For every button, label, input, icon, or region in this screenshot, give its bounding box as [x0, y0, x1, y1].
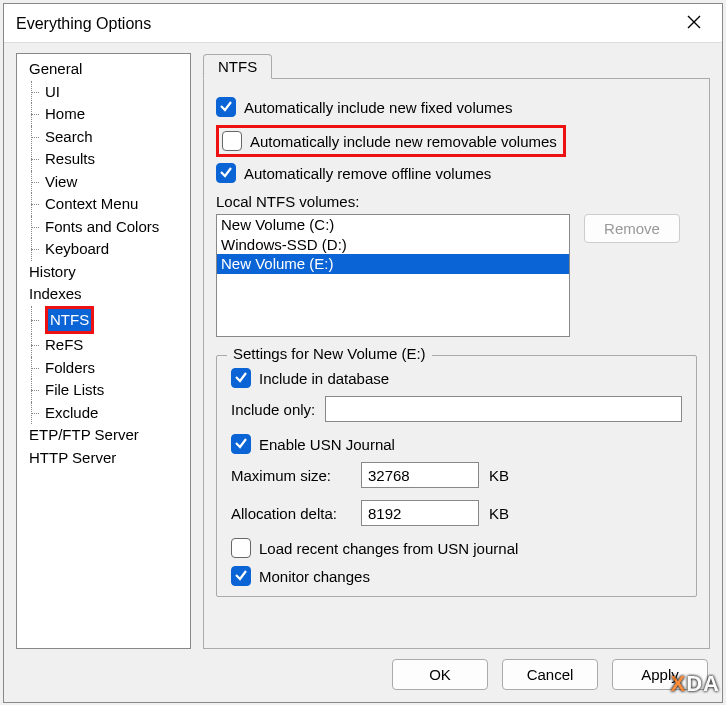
tree-item-label: Fonts and Colors	[45, 218, 159, 235]
tree-item-label: ReFS	[45, 336, 83, 353]
check-icon	[234, 568, 248, 585]
checkbox-include-db[interactable]	[231, 368, 251, 388]
input-alloc-delta[interactable]	[361, 500, 479, 526]
tree-item-etp-ftp-server[interactable]: ETP/FTP Server	[17, 424, 190, 447]
tree-item-refs[interactable]: ReFS	[17, 334, 190, 357]
checkbox-enable-usn[interactable]	[231, 434, 251, 454]
row-monitor: Monitor changes	[231, 566, 682, 586]
tree-item-http-server[interactable]: HTTP Server	[17, 447, 190, 470]
unit-alloc-delta: KB	[489, 505, 509, 522]
tree-item-home[interactable]: Home	[17, 103, 190, 126]
close-icon	[687, 15, 701, 33]
tab-ntfs[interactable]: NTFS	[203, 54, 272, 79]
dialog-footer: OK Cancel Apply	[4, 649, 722, 702]
tree-item-label: Folders	[45, 359, 95, 376]
tree-item-file-lists[interactable]: File Lists	[17, 379, 190, 402]
label-load-recent: Load recent changes from USN journal	[259, 540, 518, 557]
tree-item-exclude[interactable]: Exclude	[17, 402, 190, 425]
row-auto-offline: Automatically remove offline volumes	[216, 163, 697, 183]
titlebar: Everything Options	[4, 4, 722, 43]
tree-item-label: Context Menu	[45, 195, 138, 212]
volume-item[interactable]: New Volume (E:)	[217, 254, 569, 274]
tree-item-view[interactable]: View	[17, 171, 190, 194]
options-dialog: Everything Options GeneralUIHomeSearchRe…	[3, 3, 723, 703]
tree-item-label: File Lists	[45, 381, 104, 398]
tree-item-label: Indexes	[29, 285, 82, 302]
tab-strip: NTFS	[203, 53, 710, 79]
tree-item-keyboard[interactable]: Keyboard	[17, 238, 190, 261]
tree-item-label: Results	[45, 150, 95, 167]
row-load-recent: Load recent changes from USN journal	[231, 538, 682, 558]
tree-item-general[interactable]: General	[17, 58, 190, 81]
volume-settings-group: Settings for New Volume (E:) Include in …	[216, 355, 697, 597]
cancel-button[interactable]: Cancel	[502, 659, 598, 690]
check-icon	[234, 436, 248, 453]
volumes-label: Local NTFS volumes:	[216, 193, 697, 210]
input-max-size[interactable]	[361, 462, 479, 488]
checkbox-auto-offline[interactable]	[216, 163, 236, 183]
label-auto-removable: Automatically include new removable volu…	[250, 133, 557, 150]
tree-item-label: General	[29, 60, 82, 77]
label-include-db: Include in database	[259, 370, 389, 387]
tree-item-label: ETP/FTP Server	[29, 426, 139, 443]
tree-item-label: Keyboard	[45, 240, 109, 257]
close-button[interactable]	[674, 11, 714, 37]
label-max-size: Maximum size:	[231, 467, 351, 484]
checkbox-auto-fixed[interactable]	[216, 97, 236, 117]
volumes-row: New Volume (C:)Windows-SSD (D:)New Volum…	[216, 214, 697, 337]
tree-item-label: History	[29, 263, 76, 280]
tree-item-label: Search	[45, 128, 93, 145]
tree-item-search[interactable]: Search	[17, 126, 190, 149]
check-icon	[219, 165, 233, 182]
check-icon	[219, 99, 233, 116]
check-icon	[234, 370, 248, 387]
window-title: Everything Options	[16, 15, 151, 33]
volumes-listbox[interactable]: New Volume (C:)Windows-SSD (D:)New Volum…	[216, 214, 570, 337]
remove-button[interactable]: Remove	[584, 214, 680, 243]
tree-item-context-menu[interactable]: Context Menu	[17, 193, 190, 216]
row-alloc-delta: Allocation delta: KB	[231, 500, 682, 526]
tree-item-folders[interactable]: Folders	[17, 357, 190, 380]
input-include-only[interactable]	[325, 396, 682, 422]
label-alloc-delta: Allocation delta:	[231, 505, 351, 522]
category-tree[interactable]: GeneralUIHomeSearchResultsViewContext Me…	[16, 53, 191, 649]
tree-item-label: UI	[45, 83, 60, 100]
checkbox-auto-removable[interactable]	[222, 131, 242, 151]
label-enable-usn: Enable USN Journal	[259, 436, 395, 453]
dialog-body: GeneralUIHomeSearchResultsViewContext Me…	[4, 43, 722, 649]
tree-item-label: View	[45, 173, 77, 190]
checkbox-monitor[interactable]	[231, 566, 251, 586]
tree-item-history[interactable]: History	[17, 261, 190, 284]
tree-item-indexes[interactable]: Indexes	[17, 283, 190, 306]
apply-button[interactable]: Apply	[612, 659, 708, 690]
tree-item-label: NTFS	[48, 309, 91, 332]
tree-item-fonts-and-colors[interactable]: Fonts and Colors	[17, 216, 190, 239]
volume-settings-legend: Settings for New Volume (E:)	[227, 345, 432, 362]
label-auto-fixed: Automatically include new fixed volumes	[244, 99, 512, 116]
label-auto-offline: Automatically remove offline volumes	[244, 165, 491, 182]
tree-item-ntfs[interactable]: NTFS	[17, 306, 190, 335]
content-pane: NTFS Automatically include new fixed vol…	[203, 53, 710, 649]
unit-max-size: KB	[489, 467, 509, 484]
volume-item[interactable]: New Volume (C:)	[217, 215, 569, 235]
row-auto-fixed: Automatically include new fixed volumes	[216, 97, 697, 117]
tree-item-label: HTTP Server	[29, 449, 116, 466]
row-auto-removable-highlight: Automatically include new removable volu…	[216, 125, 566, 157]
label-include-only: Include only:	[231, 401, 315, 418]
tree-item-label: Exclude	[45, 404, 98, 421]
tree-item-highlight: NTFS	[45, 306, 94, 335]
row-max-size: Maximum size: KB	[231, 462, 682, 488]
tree-item-ui[interactable]: UI	[17, 81, 190, 104]
volume-item[interactable]: Windows-SSD (D:)	[217, 235, 569, 255]
checkbox-load-recent[interactable]	[231, 538, 251, 558]
ntfs-panel: Automatically include new fixed volumes …	[203, 79, 710, 649]
label-monitor: Monitor changes	[259, 568, 370, 585]
row-include-only: Include only:	[231, 396, 682, 422]
row-include-db: Include in database	[231, 368, 682, 388]
tree-item-label: Home	[45, 105, 85, 122]
row-enable-usn: Enable USN Journal	[231, 434, 682, 454]
tree-item-results[interactable]: Results	[17, 148, 190, 171]
ok-button[interactable]: OK	[392, 659, 488, 690]
